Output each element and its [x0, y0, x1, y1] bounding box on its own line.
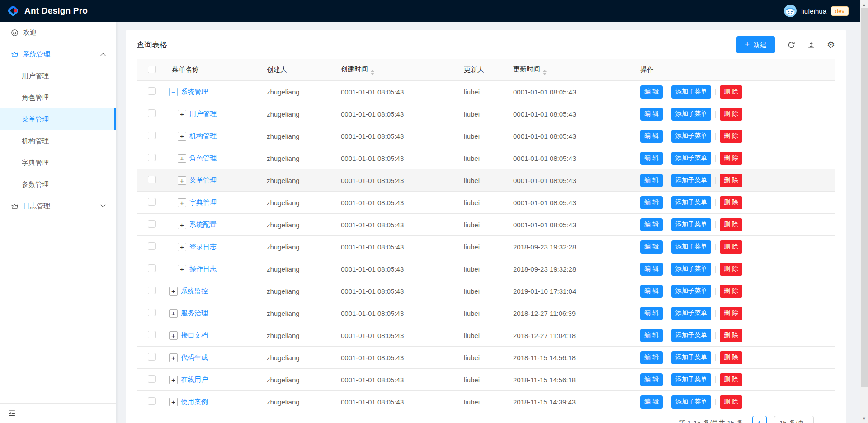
sidebar-item-log-management[interactable]: 日志管理: [0, 195, 116, 217]
expand-row-icon[interactable]: +: [178, 132, 186, 141]
navbar-brand[interactable]: Ant Design Pro: [6, 4, 88, 18]
row-checkbox[interactable]: [148, 397, 156, 405]
row-checkbox[interactable]: [148, 264, 156, 272]
row-checkbox[interactable]: [148, 198, 156, 206]
row-checkbox[interactable]: [148, 353, 156, 361]
delete-button[interactable]: 删 除: [720, 174, 742, 187]
column-height-icon[interactable]: [807, 40, 816, 49]
expand-row-icon[interactable]: +: [169, 287, 178, 296]
row-checkbox[interactable]: [148, 242, 156, 250]
menu-name-link[interactable]: 在线用户: [181, 376, 208, 384]
edit-button[interactable]: 编 辑: [640, 85, 663, 99]
menu-name-link[interactable]: 系统监控: [181, 287, 208, 296]
page-1-button[interactable]: 1: [752, 416, 767, 423]
add-submenu-button[interactable]: 添加子菜单: [671, 395, 711, 409]
menu-name-link[interactable]: 用户管理: [189, 110, 217, 118]
menu-name-link[interactable]: 服务治理: [181, 309, 208, 318]
row-checkbox[interactable]: [148, 331, 156, 338]
expand-row-icon[interactable]: +: [169, 376, 178, 384]
row-checkbox[interactable]: [148, 309, 156, 316]
add-submenu-button[interactable]: 添加子菜单: [671, 263, 711, 276]
delete-button[interactable]: 删 除: [720, 240, 742, 254]
scrollbar-down-arrow[interactable]: ▼: [860, 414, 868, 422]
sidebar-item-menu-management[interactable]: 菜单管理: [0, 108, 116, 130]
expand-row-icon[interactable]: +: [178, 221, 186, 229]
menu-name-link[interactable]: 系统管理: [181, 88, 208, 96]
add-submenu-button[interactable]: 添加子菜单: [671, 351, 711, 364]
menu-name-link[interactable]: 机构管理: [189, 132, 217, 141]
add-submenu-button[interactable]: 添加子菜单: [671, 174, 711, 187]
expand-row-icon[interactable]: +: [178, 265, 186, 273]
sidebar-item-org-management[interactable]: 机构管理: [0, 130, 116, 152]
edit-button[interactable]: 编 辑: [640, 152, 663, 165]
sidebar-item-param-management[interactable]: 参数管理: [0, 174, 116, 195]
delete-button[interactable]: 删 除: [720, 395, 742, 409]
sidebar-item-welcome[interactable]: 欢迎: [0, 22, 116, 43]
expand-row-icon[interactable]: +: [178, 243, 186, 251]
expand-row-icon[interactable]: +: [178, 110, 186, 118]
vertical-scrollbar[interactable]: ▲ ▼: [860, 0, 868, 423]
add-submenu-button[interactable]: 添加子菜单: [671, 307, 711, 320]
sidebar-item-dict-management[interactable]: 字典管理: [0, 152, 116, 174]
add-submenu-button[interactable]: 添加子菜单: [671, 130, 711, 143]
delete-button[interactable]: 删 除: [720, 152, 742, 165]
sort-carets-icon[interactable]: [543, 70, 547, 75]
expand-row-icon[interactable]: +: [169, 309, 178, 318]
row-checkbox[interactable]: [148, 109, 156, 117]
delete-button[interactable]: 删 除: [720, 373, 742, 386]
edit-button[interactable]: 编 辑: [640, 329, 663, 342]
delete-button[interactable]: 删 除: [720, 285, 742, 298]
page-size-select[interactable]: 15 条/页: [774, 416, 814, 423]
edit-button[interactable]: 编 辑: [640, 240, 663, 254]
delete-button[interactable]: 删 除: [720, 130, 742, 143]
delete-button[interactable]: 删 除: [720, 85, 742, 99]
add-submenu-button[interactable]: 添加子菜单: [671, 196, 711, 209]
row-checkbox[interactable]: [148, 287, 156, 294]
delete-button[interactable]: 删 除: [720, 307, 742, 320]
menu-name-link[interactable]: 使用案例: [181, 398, 208, 406]
add-submenu-button[interactable]: 添加子菜单: [671, 108, 711, 121]
row-checkbox[interactable]: [148, 176, 156, 183]
menu-name-link[interactable]: 操作日志: [189, 265, 217, 273]
add-submenu-button[interactable]: 添加子菜单: [671, 329, 711, 342]
add-submenu-button[interactable]: 添加子菜单: [671, 152, 711, 165]
edit-button[interactable]: 编 辑: [640, 263, 663, 276]
row-checkbox[interactable]: [148, 87, 156, 95]
edit-button[interactable]: 编 辑: [640, 307, 663, 320]
setting-gear-icon[interactable]: ⚙: [826, 40, 835, 49]
menu-name-link[interactable]: 角色管理: [189, 154, 217, 163]
menu-name-link[interactable]: 接口文档: [181, 331, 208, 340]
sidebar-item-user-management[interactable]: 用户管理: [0, 65, 116, 87]
menu-name-link[interactable]: 字典管理: [189, 198, 217, 207]
menu-name-link[interactable]: 代码生成: [181, 353, 208, 362]
col-header-created-at[interactable]: 创建时间: [334, 65, 457, 75]
user-avatar[interactable]: [784, 5, 797, 17]
expand-row-icon[interactable]: +: [169, 353, 178, 362]
delete-button[interactable]: 删 除: [720, 196, 742, 209]
edit-button[interactable]: 编 辑: [640, 174, 663, 187]
row-checkbox[interactable]: [148, 154, 156, 161]
navbar-user-area[interactable]: liufeihua dev: [784, 5, 849, 17]
reload-icon[interactable]: [787, 40, 796, 49]
collapse-row-icon[interactable]: −: [169, 88, 178, 96]
row-checkbox[interactable]: [148, 132, 156, 139]
col-header-updated-at[interactable]: 更新时间: [506, 65, 633, 75]
scrollbar-thumb[interactable]: [861, 8, 868, 387]
delete-button[interactable]: 删 除: [720, 108, 742, 121]
sort-carets-icon[interactable]: [371, 70, 374, 75]
add-submenu-button[interactable]: 添加子菜单: [671, 373, 711, 386]
edit-button[interactable]: 编 辑: [640, 108, 663, 121]
expand-row-icon[interactable]: +: [169, 331, 178, 340]
delete-button[interactable]: 删 除: [720, 351, 742, 364]
add-submenu-button[interactable]: 添加子菜单: [671, 240, 711, 254]
menu-name-link[interactable]: 系统配置: [189, 221, 217, 229]
row-checkbox[interactable]: [148, 375, 156, 383]
delete-button[interactable]: 删 除: [720, 218, 742, 231]
expand-row-icon[interactable]: +: [169, 398, 178, 406]
edit-button[interactable]: 编 辑: [640, 218, 663, 231]
add-submenu-button[interactable]: 添加子菜单: [671, 285, 711, 298]
menu-name-link[interactable]: 菜单管理: [189, 176, 217, 185]
edit-button[interactable]: 编 辑: [640, 130, 663, 143]
sidebar-item-system-management[interactable]: 系统管理: [0, 43, 116, 65]
expand-row-icon[interactable]: +: [178, 154, 186, 163]
